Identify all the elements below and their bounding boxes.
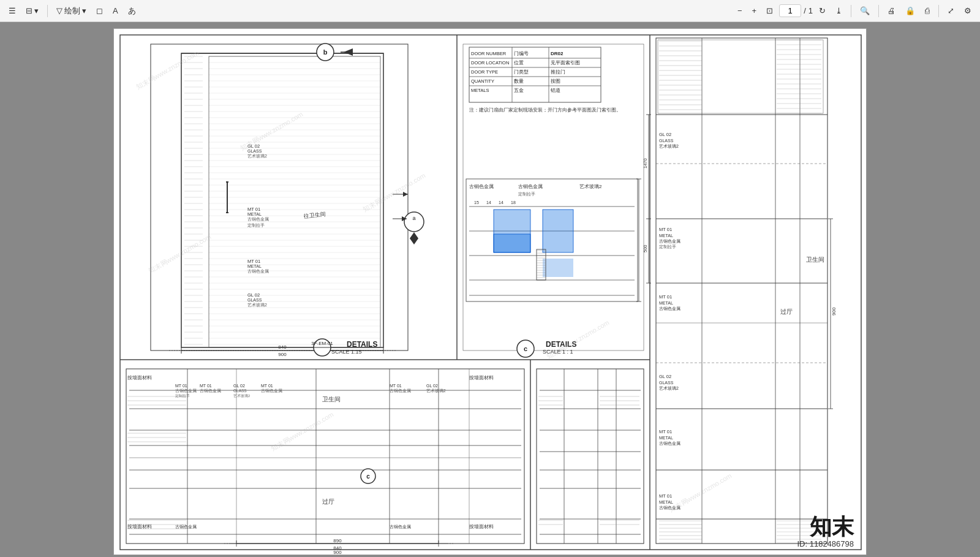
svg-text:MT 01: MT 01 xyxy=(659,294,672,300)
svg-text:艺术玻璃2: 艺术玻璃2 xyxy=(233,393,251,398)
svg-text:MT 01: MT 01 xyxy=(659,493,672,499)
svg-text:MT 01: MT 01 xyxy=(261,384,273,388)
svg-text:900: 900 xyxy=(278,352,287,357)
svg-text:按墙面材料: 按墙面材料 xyxy=(469,375,494,381)
lock-button[interactable]: 🔒 xyxy=(902,2,919,20)
share-icon: ⎙ xyxy=(925,6,930,15)
svg-rect-161 xyxy=(494,234,530,252)
svg-rect-163 xyxy=(543,259,573,277)
svg-text:c: c xyxy=(524,345,527,352)
zoom-in-button[interactable]: + xyxy=(748,2,761,20)
svg-text:艺术玻璃2: 艺术玻璃2 xyxy=(659,386,679,390)
brand-logo: 知末 xyxy=(810,512,854,542)
svg-text:DOOR TYPE: DOOR TYPE xyxy=(471,69,498,75)
svg-text:METALS: METALS xyxy=(471,88,489,93)
separator-2 xyxy=(851,5,851,17)
svg-text:QUANTITY: QUANTITY xyxy=(471,78,494,84)
svg-text:METAL: METAL xyxy=(659,233,673,238)
svg-text:艺术玻璃2: 艺术玻璃2 xyxy=(659,144,679,148)
zoom-out-button[interactable]: − xyxy=(734,2,746,20)
svg-text:1470: 1470 xyxy=(643,158,648,169)
svg-text:900: 900 xyxy=(831,307,837,316)
svg-text:定制拉手: 定制拉手 xyxy=(175,393,190,398)
download-icon: ⤓ xyxy=(835,6,842,15)
page-separator: / xyxy=(804,6,806,15)
translate-icon: あ xyxy=(128,6,136,17)
svg-text:古铜色金属: 古铜色金属 xyxy=(390,525,411,529)
svg-text:DR02: DR02 xyxy=(551,51,564,56)
translate-button[interactable]: あ xyxy=(124,2,140,20)
svg-text:古铜色金属: 古铜色金属 xyxy=(469,184,494,189)
svg-text:见平面索引图: 见平面索引图 xyxy=(551,60,580,66)
svg-text:按图: 按图 xyxy=(551,78,560,84)
svg-text:五金: 五金 xyxy=(514,88,524,93)
svg-text:艺术玻璃2: 艺术玻璃2 xyxy=(426,388,446,393)
separator-1 xyxy=(47,5,48,17)
svg-text:艺术玻璃2: 艺术玻璃2 xyxy=(579,184,602,189)
svg-text:14: 14 xyxy=(486,200,491,205)
svg-text:GL 02: GL 02 xyxy=(233,384,245,388)
fit-icon: ⊡ xyxy=(766,6,773,15)
svg-text:过厅: 过厅 xyxy=(780,308,793,315)
download-button[interactable]: ⤓ xyxy=(832,2,846,20)
print-button[interactable]: 🖨 xyxy=(884,2,899,20)
svg-text:MT 01: MT 01 xyxy=(200,384,212,388)
svg-text:古铜色金属: 古铜色金属 xyxy=(518,184,543,189)
share-button[interactable]: ⎙ xyxy=(921,2,933,20)
svg-rect-340 xyxy=(537,369,644,544)
page-navigation: / 1 xyxy=(779,4,813,17)
svg-text:门编号: 门编号 xyxy=(514,51,529,56)
main-drawing-svg: b 840 900 a 3F-EM-01 DETAILS xyxy=(114,29,867,556)
svg-text:a: a xyxy=(412,215,415,221)
svg-text:3F-EM-01: 3F-EM-01 xyxy=(311,341,333,346)
svg-text:DOOR NUMBER: DOOR NUMBER xyxy=(471,51,507,56)
page-input[interactable] xyxy=(779,4,801,17)
filter-button[interactable]: ▽ 绘制 ▾ xyxy=(53,2,90,20)
svg-text:古铜色金属: 古铜色金属 xyxy=(659,306,680,311)
main-content: 知末网www.znzmo.com 知末网www.znzmo.com 知末网www… xyxy=(0,22,980,557)
search-button[interactable]: 🔍 xyxy=(856,2,873,20)
menu-button[interactable]: ☰ xyxy=(5,2,20,20)
svg-text:GL 02: GL 02 xyxy=(659,132,671,137)
filter-arrow: ▾ xyxy=(82,6,86,15)
svg-text:古铜色金属: 古铜色金属 xyxy=(261,388,282,393)
bookmark-arrow: ▾ xyxy=(34,6,39,15)
svg-marker-120 xyxy=(410,232,418,244)
rotate-button[interactable]: ↻ xyxy=(815,2,829,20)
settings-button[interactable]: ⚙ xyxy=(960,2,975,20)
svg-text:古铜色金属: 古铜色金属 xyxy=(659,441,680,445)
expand-icon: ⤢ xyxy=(948,6,954,15)
svg-text:c: c xyxy=(366,473,370,480)
svg-text:古铜色金属: 古铜色金属 xyxy=(390,388,411,393)
svg-text:古铜色金属: 古铜色金属 xyxy=(175,525,197,529)
svg-text:GLASS: GLASS xyxy=(659,138,674,143)
rotate-icon: ↻ xyxy=(819,6,826,15)
svg-rect-6 xyxy=(181,53,383,347)
svg-text:MT 01: MT 01 xyxy=(659,429,672,434)
bookmark-button[interactable]: ⊟ ▾ xyxy=(22,2,42,20)
eraser-button[interactable]: ◻ xyxy=(92,2,107,20)
svg-text:b: b xyxy=(323,48,328,56)
svg-text:18: 18 xyxy=(511,200,516,205)
svg-rect-192 xyxy=(656,38,827,544)
svg-text:DOOR LOCATION: DOOR LOCATION xyxy=(471,60,509,66)
svg-text:古铜色金属: 古铜色金属 xyxy=(200,388,221,393)
page-total: 1 xyxy=(809,6,813,15)
svg-text:古铜色金属: 古铜色金属 xyxy=(659,506,680,510)
svg-text:按墙面材料: 按墙面材料 xyxy=(469,524,494,529)
svg-text:DETAILS: DETAILS xyxy=(347,340,377,349)
svg-text:按墙面材料: 按墙面材料 xyxy=(127,524,152,529)
svg-text:GLASS: GLASS xyxy=(659,381,674,385)
filter-icon: ▽ xyxy=(56,6,62,15)
document-page: 知末网www.znzmo.com 知末网www.znzmo.com 知末网www… xyxy=(113,28,867,555)
fit-button[interactable]: ⊡ xyxy=(763,2,777,20)
svg-text:MT 01: MT 01 xyxy=(390,384,402,388)
separator-4 xyxy=(938,5,939,17)
svg-text:卫生间: 卫生间 xyxy=(322,396,341,403)
svg-text:GL 02: GL 02 xyxy=(426,384,438,388)
expand-button[interactable]: ⤢ xyxy=(944,2,958,20)
print-icon: 🖨 xyxy=(888,6,895,15)
svg-text:890: 890 xyxy=(333,538,342,544)
svg-rect-104 xyxy=(209,56,380,347)
text-button[interactable]: A xyxy=(109,2,122,20)
